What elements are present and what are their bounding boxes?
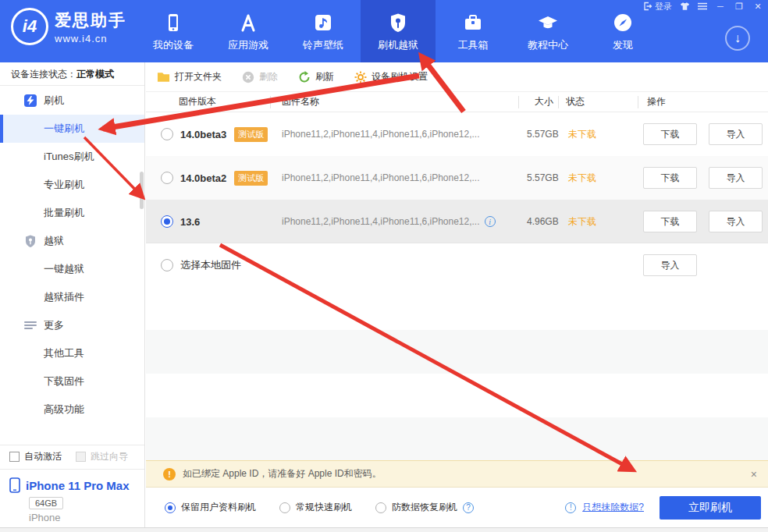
option-normal-fast-flash[interactable]: 常规快速刷机 [279, 501, 352, 514]
col-firmware-version: 固件版本 [179, 95, 216, 108]
shield-key-icon [387, 10, 409, 35]
menu-list-button[interactable] [698, 2, 707, 10]
window-topbar: 登录 ─ ❐ ✕ [643, 0, 763, 12]
connection-mode: 正常模式 [76, 69, 114, 80]
import-button[interactable]: 导入 [709, 123, 763, 145]
refresh-button[interactable]: 刷新 [298, 70, 334, 83]
phone-icon [162, 10, 184, 35]
device-flash-settings-button[interactable]: 设备刷机设置 [354, 70, 428, 83]
firmware-radio[interactable] [161, 172, 173, 184]
import-button[interactable]: 导入 [643, 254, 697, 276]
nav-my-device[interactable]: 我的设备 [136, 0, 211, 62]
i4-assistant-window: i4 爱思助手 www.i4.cn 我的设备 应用游戏 [0, 0, 768, 532]
sidebar-item-download-firmware[interactable]: 下载固件 [0, 367, 144, 395]
hint-icon: ! [565, 502, 576, 513]
app-logo: i4 爱思助手 www.i4.cn [11, 8, 126, 45]
delete-button[interactable]: 删除 [242, 70, 278, 83]
option-anti-data-recovery-flash[interactable]: 防数据恢复刷机 ? [375, 501, 474, 514]
toolbox-icon [462, 10, 484, 35]
close-button[interactable]: ✕ [752, 2, 763, 12]
download-button[interactable]: 下载 [643, 211, 697, 232]
refresh-icon [298, 71, 311, 83]
download-button[interactable]: 下载 [643, 123, 697, 145]
sidebar-item-batch-flash[interactable]: 批量刷机 [0, 199, 144, 227]
info-icon[interactable]: i [485, 216, 496, 227]
skip-setup-checkbox[interactable]: 跳过向导 [76, 450, 128, 463]
i4-logo-icon: i4 [11, 8, 48, 45]
list-icon [698, 2, 707, 10]
maximize-button[interactable]: ❐ [734, 2, 745, 12]
sidebar-item-other-tools[interactable]: 其他工具 [0, 339, 144, 367]
sidebar-item-jailbreak-plugins[interactable]: 越狱插件 [0, 283, 144, 311]
firmware-radio[interactable] [161, 259, 173, 271]
import-button[interactable]: 导入 [709, 211, 763, 232]
erase-data-link[interactable]: 只想抹除数据? [582, 501, 644, 514]
col-firmware-name: 固件名称 [282, 95, 319, 108]
firmware-size: 5.57GB [527, 112, 559, 156]
login-icon [643, 2, 652, 11]
sidebar-section-flash[interactable]: 刷机 [0, 87, 144, 115]
firmware-row-selected[interactable]: 13.6 iPhone11,2,iPhone11,4,iPhone11,6,iP… [146, 200, 768, 243]
sidebar-item-one-click-jailbreak[interactable]: 一键越狱 [0, 255, 144, 283]
notice-close-icon[interactable]: × [751, 468, 757, 481]
checkbox-icon [76, 452, 86, 462]
flash-options-bar: 保留用户资料刷机 常规快速刷机 防数据恢复刷机 ? ! 只想抹除数据? 立即刷机 [146, 488, 768, 527]
sidebar-scrollbar[interactable] [140, 172, 144, 209]
download-button[interactable]: 下载 [643, 167, 697, 189]
flash-now-button[interactable]: 立即刷机 [660, 496, 761, 520]
sidebar-section-more[interactable]: 更多 [0, 311, 144, 339]
firmware-radio[interactable] [161, 128, 173, 140]
sidebar-item-pro-flash[interactable]: 专业刷机 [0, 171, 144, 199]
option-radio[interactable] [279, 502, 290, 513]
sidebar-item-advanced-features[interactable]: 高级功能 [0, 395, 144, 424]
option-keep-user-data[interactable]: 保留用户资料刷机 [165, 501, 256, 514]
skin-theme-button[interactable] [680, 2, 690, 11]
firmware-row[interactable]: 14.0beta2 测试版 iPhone11,2,iPhone11,4,iPho… [146, 156, 768, 200]
notice-text: 如已绑定 Apple ID，请准备好 Apple ID和密码。 [183, 467, 382, 481]
firmware-name: iPhone11,2,iPhone11,4,iPhone11,6,iPhone1… [282, 216, 480, 227]
nav-flash-jailbreak[interactable]: 刷机越狱 [361, 0, 436, 62]
local-firmware-row[interactable]: 选择本地固件 导入 [146, 243, 768, 287]
download-manager-button[interactable]: ↓ [725, 26, 750, 51]
minimize-button[interactable]: ─ [715, 2, 726, 11]
graduation-cap-icon [537, 10, 559, 35]
firmware-version: 13.6 [180, 216, 200, 228]
sidebar-item-itunes-flash[interactable]: iTunes刷机 [0, 143, 144, 171]
device-phone-icon [9, 477, 20, 493]
open-folder-button[interactable]: 打开文件夹 [157, 70, 222, 83]
sidebar-menu: 刷机 一键刷机 iTunes刷机 专业刷机 批量刷机 越狱 一键越狱 [0, 87, 144, 424]
sidebar-item-one-click-flash[interactable]: 一键刷机 [0, 115, 144, 143]
help-icon[interactable]: ? [463, 502, 474, 513]
more-lines-icon [23, 318, 37, 332]
connection-status: 设备连接状态：正常模式 [0, 62, 144, 86]
sidebar-section-jailbreak[interactable]: 越狱 [0, 227, 144, 255]
delete-icon [242, 71, 254, 83]
window-bottom-edge [0, 527, 768, 532]
jailbreak-shield-icon [23, 234, 37, 248]
firmware-size: 4.96GB [527, 200, 559, 243]
col-size: 大小 [535, 95, 553, 108]
folder-icon [157, 71, 170, 83]
checkbox-icon [9, 452, 20, 462]
auto-activate-checkbox[interactable]: 自动激活 [9, 450, 62, 463]
device-model: iPhone [29, 512, 144, 523]
import-button[interactable]: 导入 [709, 167, 763, 189]
nav-ringtones-wallpapers[interactable]: 铃声壁纸 [286, 0, 361, 62]
apple-id-notice: ! 如已绑定 Apple ID，请准备好 Apple ID和密码。 × [146, 460, 768, 488]
option-radio[interactable] [375, 502, 386, 513]
option-radio[interactable] [165, 502, 176, 513]
main-panel: 打开文件夹 删除 刷新 设备刷机设置 固件版本 固件名称 大小 状态 操作 [146, 62, 768, 527]
firmware-radio[interactable] [161, 215, 173, 228]
app-header: i4 爱思助手 www.i4.cn 我的设备 应用游戏 [0, 0, 768, 62]
nav-apps-games[interactable]: 应用游戏 [211, 0, 286, 62]
firmware-row[interactable]: 14.0beta3 测试版 iPhone11,2,iPhone11,4,iPho… [146, 112, 768, 156]
firmware-name: iPhone11,2,iPhone11,4,iPhone11,6,iPhone1… [282, 112, 480, 156]
login-button[interactable]: 登录 [643, 1, 672, 12]
download-arrow-icon: ↓ [734, 31, 741, 45]
nav-toolbox[interactable]: 工具箱 [436, 0, 510, 62]
nav-tutorial-center[interactable]: 教程中心 [510, 0, 585, 62]
activation-options: 自动激活 跳过向导 [0, 445, 144, 468]
compass-icon [612, 10, 634, 35]
firmware-table-header: 固件版本 固件名称 大小 状态 操作 [146, 92, 768, 112]
device-name: iPhone 11 Pro Max [26, 479, 130, 492]
